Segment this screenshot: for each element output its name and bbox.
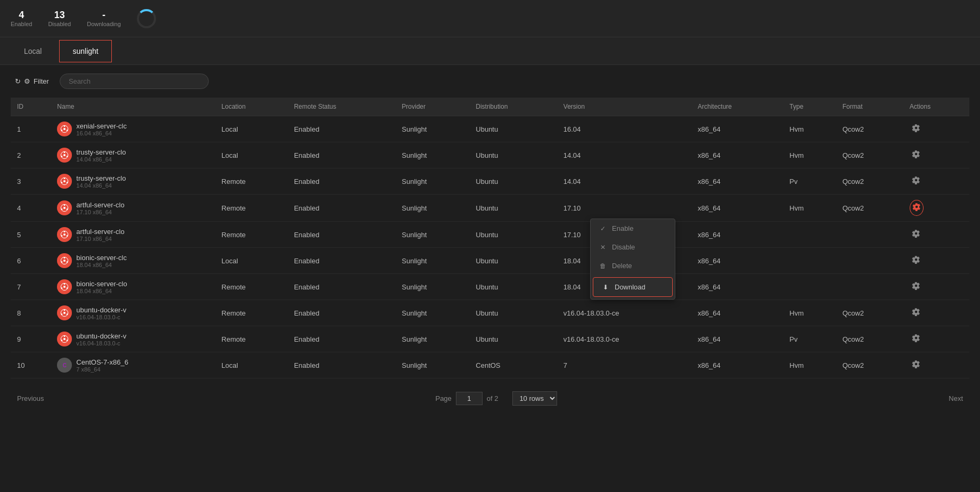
stat-enabled: 4 Enabled xyxy=(11,10,32,27)
download-icon: ⬇ xyxy=(602,284,609,291)
cell-format: Qcow2 xyxy=(836,352,903,378)
image-name-sub: v16.04-18.03.0-c xyxy=(76,340,126,346)
ubuntu-icon xyxy=(57,122,72,136)
svg-point-26 xyxy=(63,260,66,262)
image-name-sub: 16.04 x86_64 xyxy=(76,130,127,136)
gear-button[interactable] xyxy=(910,174,922,189)
stat-disabled: 13 Disabled xyxy=(48,10,71,27)
cell-status: Enabled xyxy=(288,168,395,195)
image-name: xenial-server-clc xyxy=(76,122,127,130)
svg-point-12 xyxy=(64,178,66,179)
cell-type xyxy=(783,222,836,248)
context-menu-enable[interactable]: ✓ Enable xyxy=(591,219,675,238)
image-name-sub: v16.04-18.03.0-c xyxy=(76,314,126,320)
cell-location: Local xyxy=(215,248,288,274)
x-icon: ✕ xyxy=(599,244,607,251)
cell-id: 6 xyxy=(11,248,51,274)
gear-button[interactable] xyxy=(910,227,922,242)
cell-type: Hvm xyxy=(783,300,836,326)
cell-version: 7 xyxy=(557,352,691,378)
gear-button[interactable] xyxy=(910,279,922,294)
ubuntu-icon xyxy=(57,200,72,215)
cell-version: 17.10 xyxy=(557,195,691,222)
svg-point-21 xyxy=(63,233,66,236)
pagination: Previous Page of 2 10 rows 25 rows 50 ro… xyxy=(0,383,980,414)
rows-select[interactable]: 10 rows 25 rows 50 rows xyxy=(512,391,557,406)
ubuntu-icon xyxy=(57,332,72,346)
cell-actions xyxy=(903,116,969,142)
gear-button[interactable] xyxy=(910,148,922,163)
svg-point-43 xyxy=(67,340,68,341)
svg-point-19 xyxy=(61,208,63,210)
ubuntu-icon xyxy=(57,279,72,294)
col-name: Name xyxy=(51,98,215,116)
cell-distribution: Ubuntu xyxy=(469,300,557,326)
cell-type: Hvm xyxy=(783,142,836,168)
svg-point-39 xyxy=(61,313,63,315)
image-name: bionic-server-clc xyxy=(76,254,127,262)
svg-point-36 xyxy=(63,312,66,314)
previous-button[interactable]: Previous xyxy=(11,391,51,406)
image-name: trusty-server-clo xyxy=(76,148,126,156)
gear-button[interactable] xyxy=(910,200,924,216)
context-menu-disable[interactable]: ✕ Disable xyxy=(591,238,675,256)
search-input[interactable] xyxy=(60,74,209,89)
cell-provider: Sunlight xyxy=(395,248,469,274)
tab-sunlight[interactable]: sunlight xyxy=(59,40,111,62)
downloading-dash: - xyxy=(102,10,105,21)
gear-button[interactable] xyxy=(910,253,922,268)
cell-type xyxy=(783,248,836,274)
table-header-row: ID Name Location Remote Status Provider … xyxy=(11,98,969,116)
filter-label: Filter xyxy=(34,77,49,85)
table-row: 5artful-server-clo17.10 x86_64RemoteEnab… xyxy=(11,222,969,248)
svg-point-17 xyxy=(64,204,66,206)
filter-icon: ⚙ xyxy=(24,77,30,85)
enabled-count: 4 xyxy=(19,10,24,21)
check-icon: ✓ xyxy=(599,225,607,232)
svg-point-14 xyxy=(61,182,63,183)
cell-distribution: CentOS xyxy=(469,352,557,378)
filter-button[interactable]: ↻ ⚙ Filter xyxy=(11,75,53,87)
context-menu-download[interactable]: ⬇ Download xyxy=(593,277,673,297)
tab-local[interactable]: Local xyxy=(11,40,55,62)
cell-location: Remote xyxy=(215,168,288,195)
cell-provider: Sunlight xyxy=(395,274,469,300)
cell-provider: Sunlight xyxy=(395,142,469,168)
cell-name: trusty-server-clo14.04 x86_64 xyxy=(51,142,215,168)
disable-label: Disable xyxy=(612,243,635,251)
col-provider: Provider xyxy=(395,98,469,116)
gear-button[interactable] xyxy=(910,332,922,346)
cell-provider: Sunlight xyxy=(395,300,469,326)
cell-name: artful-server-clo17.10 x86_64 xyxy=(51,222,215,248)
cell-id: 8 xyxy=(11,300,51,326)
gear-button[interactable] xyxy=(910,122,922,136)
cell-actions xyxy=(903,248,969,274)
svg-point-11 xyxy=(63,180,66,182)
cell-format: Qcow2 xyxy=(836,326,903,352)
cell-actions xyxy=(903,142,969,168)
cell-status: Enabled xyxy=(288,300,395,326)
context-menu-delete[interactable]: 🗑 Delete xyxy=(591,256,675,275)
cell-type xyxy=(783,274,836,300)
delete-label: Delete xyxy=(612,262,632,270)
images-table: ID Name Location Remote Status Provider … xyxy=(11,98,969,378)
gear-button[interactable] xyxy=(910,358,922,373)
page-input[interactable] xyxy=(456,392,483,405)
next-button[interactable]: Next xyxy=(942,391,969,406)
cell-name: xenial-server-clc16.04 x86_64 xyxy=(51,116,215,142)
cell-name: bionic-server-clo18.04 x86_64 xyxy=(51,274,215,300)
col-id: ID xyxy=(11,98,51,116)
image-name: artful-server-clo xyxy=(76,228,124,236)
image-name: trusty-server-clo xyxy=(76,174,126,182)
cell-id: 10 xyxy=(11,352,51,378)
cell-format xyxy=(836,222,903,248)
cell-version: 14.04 xyxy=(557,142,691,168)
top-bar: 4 Enabled 13 Disabled - Downloading xyxy=(0,0,980,37)
cell-format: Qcow2 xyxy=(836,116,903,142)
cell-distribution: Ubuntu xyxy=(469,222,557,248)
cell-id: 7 xyxy=(11,274,51,300)
cell-name: bionic-server-clc18.04 x86_64 xyxy=(51,248,215,274)
cell-status: Enabled xyxy=(288,116,395,142)
gear-button[interactable] xyxy=(910,305,922,320)
svg-point-42 xyxy=(64,335,66,337)
